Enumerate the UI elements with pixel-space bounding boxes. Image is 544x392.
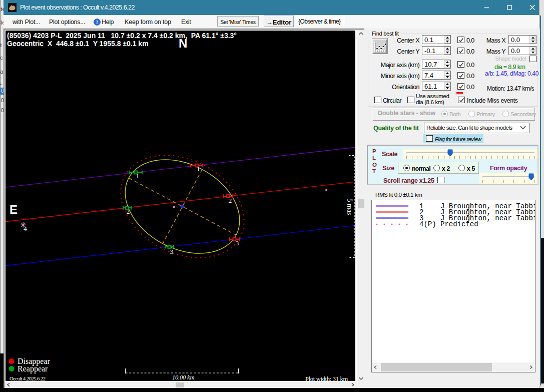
svg-text:10.00 km: 10.00 km bbox=[172, 374, 194, 381]
svg-text:?: ? bbox=[96, 19, 99, 25]
svg-text:3: 3 bbox=[236, 239, 239, 247]
svg-text:5 mas: 5 mas bbox=[346, 199, 353, 215]
svg-text:2: 2 bbox=[127, 208, 130, 215]
svg-text:Plot width: 31 km: Plot width: 31 km bbox=[305, 375, 348, 381]
svg-text:4: 4 bbox=[24, 225, 27, 232]
svg-text:1: 1 bbox=[136, 172, 140, 180]
svg-text:Reappear: Reappear bbox=[18, 364, 48, 373]
svg-text:3: 3 bbox=[170, 248, 174, 255]
svg-text:Occult 4.2025.6.22: Occult 4.2025.6.22 bbox=[10, 376, 46, 381]
svg-text:1: 1 bbox=[197, 165, 200, 173]
svg-text:2: 2 bbox=[229, 197, 232, 204]
